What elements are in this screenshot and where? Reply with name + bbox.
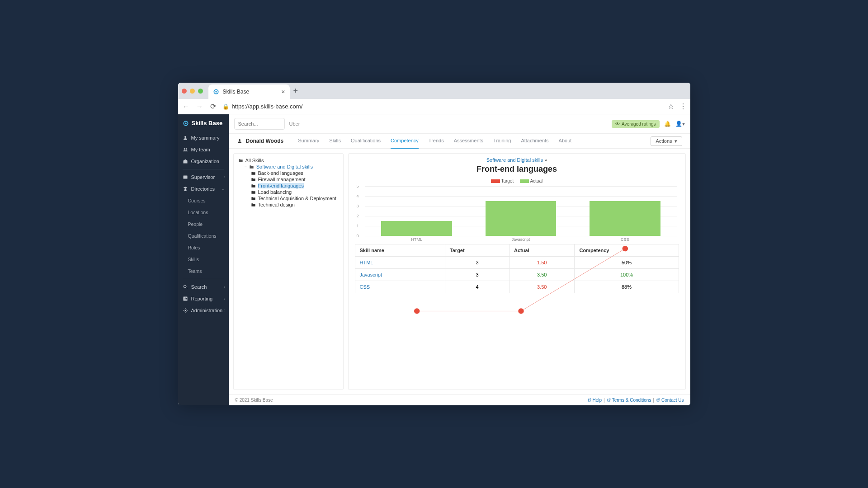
dir-icon [183,186,188,192]
minimize-window-dot[interactable] [190,89,195,94]
legend-actual-swatch [520,179,529,183]
tab-skills[interactable]: Skills [329,133,341,149]
browser-menu-icon[interactable]: ⋮ [679,102,687,111]
browser-window: Skills Base × + ← → ⟳ 🔒 https://app.skil… [178,83,690,405]
target-point [414,308,419,314]
tab-summary[interactable]: Summary [298,133,319,149]
sidebar-item-skills[interactable]: Skills [178,253,229,265]
maximize-window-dot[interactable] [198,89,203,94]
sidebar-section-reporting[interactable]: Reporting ‹ [178,293,229,305]
tree-item-firewall-management[interactable]: Firewall management [238,176,339,183]
back-button[interactable]: ← [182,103,191,111]
svg-point-11 [239,139,241,141]
tree-root[interactable]: All Skills [238,157,339,164]
svg-point-10 [184,310,186,311]
tree-item-back-end-languages[interactable]: Back-end languages [238,170,339,176]
sidebar-item-people[interactable]: People [178,218,229,230]
folder-icon [251,177,256,182]
browser-tab[interactable]: Skills Base × [208,84,290,99]
breadcrumb: Software and Digital skills » [355,157,679,163]
bookmark-star-icon[interactable]: ☆ [668,102,674,111]
tab-assessments[interactable]: Assessments [454,133,483,149]
chevron-icon: ‹ [224,308,225,313]
admin-icon [183,308,188,313]
chart-legend: Target Actual [355,178,679,183]
tab-qualifications[interactable]: Qualifications [351,133,381,149]
logo-icon [183,120,189,127]
folder-icon [251,196,256,201]
folder-icon [251,190,256,195]
competency-panel: Software and Digital skills » Front-end … [348,153,686,390]
lock-icon: 🔒 [222,103,229,110]
reload-button[interactable]: ⟳ [209,102,218,111]
sidebar-item-my-team[interactable]: My team [178,144,229,155]
close-window-dot[interactable] [182,89,187,94]
tree-group[interactable]: − Software and Digital skills [238,164,339,170]
app-logo[interactable]: Skills Base [178,114,229,132]
window-controls [182,89,203,94]
competency-chart: 012345 HTML Javascript CSS [365,186,677,236]
forward-button[interactable]: → [195,103,204,111]
page-header: Donald Woods SummarySkillsQualifications… [229,133,690,149]
notifications-icon[interactable]: 🔔 [664,121,671,127]
chevron-icon: ‹ [224,296,225,301]
sidebar-item-organization[interactable]: Organization [178,155,229,167]
breadcrumb-parent[interactable]: Software and Digital skills [486,157,543,163]
eye-icon: 👁 [615,122,620,127]
copyright: © 2021 Skills Base [235,398,273,403]
svg-point-3 [185,122,187,124]
tab-favicon [213,89,219,95]
svg-point-5 [184,148,185,150]
sidebar-section-administration[interactable]: Administration ‹ [178,305,229,316]
tab-attachments[interactable]: Attachments [521,133,548,149]
svg-rect-7 [183,176,187,179]
tab-competency[interactable]: Competency [391,133,419,149]
page-tabs: SummarySkillsQualificationsCompetencyTre… [298,133,571,149]
app-sidebar: Skills Base My summary My team Organizat… [178,114,229,405]
sidebar-item-my-summary[interactable]: My summary [178,132,229,144]
new-tab-button[interactable]: + [293,86,298,96]
team-icon [183,147,188,152]
target-point [622,246,627,251]
user-icon [183,135,188,141]
tab-about[interactable]: About [559,133,572,149]
report-icon [183,296,188,301]
url-display[interactable]: 🔒 https://app.skills-base.com/ [222,103,663,110]
averaged-ratings-badge[interactable]: 👁 Averaged ratings [612,120,659,128]
top-toolbar: Uber 👁 Averaged ratings 🔔 👤▾ [229,114,690,133]
user-icon [237,138,242,144]
target-line [417,249,625,311]
org-icon [183,159,188,164]
folder-icon [238,158,243,163]
sidebar-item-courses[interactable]: Courses [178,195,229,206]
legend-target-swatch [491,179,500,183]
tab-training[interactable]: Training [493,133,511,149]
sidebar-item-locations[interactable]: Locations [178,206,229,218]
tab-close-icon[interactable]: × [281,88,285,95]
tab-title: Skills Base [223,89,250,95]
chevron-icon: ‹ [224,285,225,289]
user-menu[interactable]: 👤▾ [675,121,685,127]
tree-item-technical-design[interactable]: Technical design [238,202,339,208]
actions-button[interactable]: Actions ▾ [651,136,682,146]
panel-icon [183,174,188,180]
sidebar-item-qualifications[interactable]: Qualifications [178,230,229,242]
folder-icon [251,171,256,176]
browser-tabstrip: Skills Base × + [178,83,690,99]
svg-point-4 [184,136,186,138]
svg-point-8 [184,285,186,288]
folder-icon [251,183,256,188]
tree-item-front-end-languages[interactable]: Front-end languages [238,183,339,189]
page-title: Front-end languages [355,164,679,174]
sidebar-item-teams[interactable]: Teams [178,265,229,277]
sidebar-section-search[interactable]: Search ‹ [178,281,229,293]
sidebar-section-directories[interactable]: Directories ⌄ [178,183,229,195]
user-name: Donald Woods [237,138,284,144]
tab-trends[interactable]: Trends [429,133,444,149]
tree-item-technical-acquisition-deployment[interactable]: Technical Acquisition & Deployment [238,195,339,202]
sidebar-item-roles[interactable]: Roles [178,242,229,253]
sidebar-section-supervisor[interactable]: Supervisor ‹ [178,171,229,183]
tree-item-load-balancing[interactable]: Load balancing [238,189,339,195]
search-icon [183,284,188,290]
search-input[interactable] [234,118,285,130]
